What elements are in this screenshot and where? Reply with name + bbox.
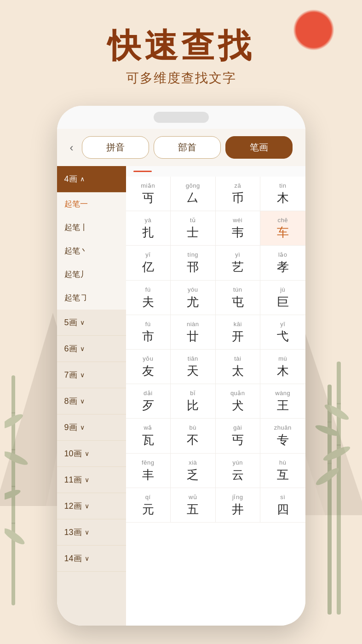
char-cell-dai[interactable]: dǎi 歹: [126, 384, 171, 418]
char-cell-qi[interactable]: qí 元: [126, 488, 171, 522]
stroke-group-5[interactable]: 5画 ∨: [57, 310, 126, 336]
hanzi-si: 四: [277, 502, 289, 517]
char-cell-fu2[interactable]: fú 市: [126, 315, 171, 349]
char-cell-mian[interactable]: miǎn 丏: [126, 177, 171, 211]
pinyin-mu: mù: [278, 355, 287, 362]
hanzi-kai: 开: [232, 329, 244, 344]
tab-pinyin[interactable]: 拼音: [82, 136, 149, 159]
char-row-10: qí 元 wǔ 五 jǐng 井 sì 四: [126, 488, 305, 523]
char-cell-za[interactable]: zā 币: [216, 177, 261, 211]
char-cell-xia[interactable]: xià 乏: [171, 454, 216, 488]
tab-bushou[interactable]: 部首: [154, 136, 221, 159]
stroke-group-4-label: 4画: [64, 173, 77, 184]
stroke-group-13[interactable]: 13画 ∨: [57, 519, 126, 546]
char-cell-tun[interactable]: tún 屯: [216, 281, 261, 315]
stroke-sub-4[interactable]: 起笔丿: [57, 263, 126, 286]
char-cell-ya[interactable]: yà 扎: [126, 211, 171, 245]
svg-point-10: [5, 449, 29, 467]
stroke-group-9[interactable]: 9画 ∨: [57, 414, 126, 441]
pinyin-wa: wǎ: [144, 424, 152, 431]
stroke-group-8[interactable]: 8画 ∨: [57, 388, 126, 414]
pinyin-yi1: yī: [145, 251, 150, 258]
char-row-4: fú 夫 yóu 尤 tún 屯 jù 巨: [126, 281, 305, 315]
svg-rect-17: [328, 421, 332, 423]
svg-rect-18: [328, 463, 332, 464]
stroke-group-12-label: 12画: [64, 500, 82, 512]
svg-rect-16: [337, 444, 341, 446]
char-cell-feng[interactable]: fēng 丰: [126, 454, 171, 488]
hanzi-fu2: 市: [142, 329, 154, 344]
tab-bihua[interactable]: 笔画: [225, 136, 293, 159]
char-cell-tin[interactable]: tin 木: [260, 177, 305, 211]
pinyin-si: sì: [280, 494, 285, 500]
char-cell-che[interactable]: chē 车: [260, 211, 305, 245]
char-cell-quan[interactable]: quǎn 犬: [216, 384, 261, 418]
main-title: 快速查找: [0, 28, 362, 64]
stroke-group-13-label: 13画: [64, 527, 82, 538]
hanzi-feng: 丰: [142, 468, 154, 482]
pinyin-you1: yóu: [188, 286, 198, 293]
hanzi-yi3: 弋: [277, 329, 289, 344]
char-cell-ju[interactable]: jù 巨: [260, 281, 305, 315]
char-cell-bu[interactable]: bù 不: [171, 419, 216, 453]
hanzi-jing: 井: [232, 502, 244, 517]
stroke-sub-5[interactable]: 起笔㇆: [57, 286, 126, 310]
char-cell-yi1[interactable]: yī 亿: [126, 246, 171, 280]
char-cell-yi2[interactable]: yì 艺: [216, 246, 261, 280]
char-cell-hu[interactable]: hù 互: [260, 454, 305, 488]
stroke-group-6-chevron: ∨: [80, 345, 85, 352]
char-cell-wang[interactable]: wàng 王: [260, 384, 305, 418]
char-cell-wei[interactable]: wéi 韦: [216, 211, 261, 245]
hanzi-you1: 尤: [187, 295, 199, 309]
char-cell-kai[interactable]: kāi 开: [216, 315, 261, 349]
stroke-group-10[interactable]: 10画 ∨: [57, 441, 126, 467]
stroke-group-11-chevron: ∨: [85, 476, 89, 483]
char-cell-fu1[interactable]: fú 夫: [126, 281, 171, 315]
char-cell-ting[interactable]: tíng 邗: [171, 246, 216, 280]
sidebar: 4画 ∧ 起笔一 起笔丨 起笔丶 起笔丿 起笔㇆ 5画 ∨ 6画 ∨ 7画: [57, 166, 126, 626]
pinyin-fu1: fú: [145, 286, 151, 293]
char-cell-you1[interactable]: yóu 尤: [171, 281, 216, 315]
stroke-sub-2[interactable]: 起笔丨: [57, 216, 126, 239]
char-cell-yi3[interactable]: yī 弋: [260, 315, 305, 349]
stroke-group-12[interactable]: 12画 ∨: [57, 493, 126, 519]
char-row-3: yī 亿 tíng 邗 yì 艺 lǎo 孝: [126, 246, 305, 280]
hanzi-tian: 天: [187, 364, 199, 378]
stroke-sub-1[interactable]: 起笔一: [57, 192, 126, 216]
char-cell-jing[interactable]: jǐng 井: [216, 488, 261, 522]
hanzi-mian: 丏: [142, 191, 154, 205]
stroke-group-4[interactable]: 4画 ∧: [57, 166, 126, 192]
hanzi-ya: 扎: [142, 225, 154, 240]
char-cell-mu[interactable]: mù 木: [260, 350, 305, 384]
stroke-sub-3[interactable]: 起笔丶: [57, 239, 126, 263]
char-cell-you2[interactable]: yǒu 友: [126, 350, 171, 384]
stroke-group-8-label: 8画: [64, 396, 77, 407]
char-grid: miǎn 丏 gōng 厶 zā 币 tin 木: [126, 166, 305, 626]
char-cell-tu[interactable]: tǔ 士: [171, 211, 216, 245]
char-cell-yun[interactable]: yún 云: [216, 454, 261, 488]
char-cell-tai[interactable]: tài 太: [216, 350, 261, 384]
char-cell-wa[interactable]: wǎ 瓦: [126, 419, 171, 453]
char-cell-gong[interactable]: gōng 厶: [171, 177, 216, 211]
char-cell-tian[interactable]: tiān 天: [171, 350, 216, 384]
hanzi-ting: 邗: [187, 260, 199, 274]
char-cell-bi[interactable]: bǐ 比: [171, 384, 216, 418]
stroke-group-6[interactable]: 6画 ∨: [57, 336, 126, 362]
stroke-group-7[interactable]: 7画 ∨: [57, 362, 126, 388]
svg-rect-13: [337, 362, 341, 615]
stroke-group-6-label: 6画: [64, 343, 77, 354]
char-cell-lao[interactable]: lǎo 孝: [260, 246, 305, 280]
char-cell-nian[interactable]: niàn 廿: [171, 315, 216, 349]
pinyin-lao: lǎo: [278, 251, 287, 258]
pinyin-dai: dǎi: [144, 390, 153, 397]
hanzi-yi2: 艺: [232, 260, 244, 274]
back-button[interactable]: ‹: [70, 141, 74, 154]
char-cell-wu[interactable]: wǔ 五: [171, 488, 216, 522]
char-cell-zhuan[interactable]: zhuān 专: [260, 419, 305, 453]
char-cell-gai[interactable]: gài 丐: [216, 419, 261, 453]
hanzi-gong: 厶: [187, 191, 199, 205]
stroke-group-11[interactable]: 11画 ∨: [57, 467, 126, 493]
pinyin-hu: hù: [279, 459, 286, 466]
char-cell-si[interactable]: sì 四: [260, 488, 305, 522]
stroke-group-14[interactable]: 14画 ∨: [57, 546, 126, 572]
